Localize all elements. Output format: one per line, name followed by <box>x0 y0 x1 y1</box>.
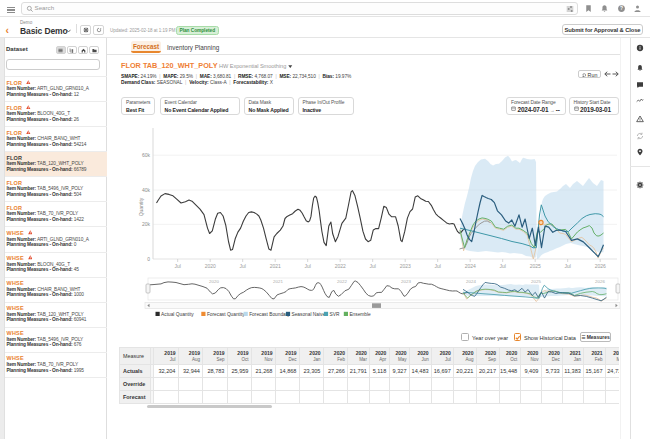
svg-text:Actual Quantity: Actual Quantity <box>161 312 194 317</box>
svg-text:Jul: Jul <box>304 263 310 269</box>
svg-text:Seasonal Naive: Seasonal Naive <box>292 312 326 317</box>
svg-text:2022: 2022 <box>335 263 346 269</box>
svg-text:2026: 2026 <box>595 263 606 269</box>
svg-text:2023: 2023 <box>401 279 411 284</box>
svg-text:2026: 2026 <box>595 279 605 284</box>
svg-text:0: 0 <box>147 256 150 262</box>
svg-text:Forecast Quantity: Forecast Quantity <box>207 312 245 317</box>
svg-text:2020: 2020 <box>209 279 219 284</box>
svg-text:Jul: Jul <box>434 263 440 269</box>
svg-text:SVR: SVR <box>330 312 340 317</box>
svg-text:2024: 2024 <box>465 263 476 269</box>
svg-text:Jul: Jul <box>564 263 570 269</box>
svg-text:?: ? <box>620 6 623 11</box>
svg-text:2025: 2025 <box>531 279 541 284</box>
svg-text:Jul: Jul <box>174 263 180 269</box>
svg-text:Jul: Jul <box>239 263 245 269</box>
svg-text:2021: 2021 <box>270 263 281 269</box>
svg-text:Jul: Jul <box>369 263 375 269</box>
svg-text:20k: 20k <box>142 221 151 227</box>
svg-text:2021: 2021 <box>273 279 283 284</box>
svg-text:2024: 2024 <box>466 279 476 284</box>
svg-text:2023: 2023 <box>400 263 411 269</box>
svg-text:Forecast Boundary: Forecast Boundary <box>249 312 290 317</box>
svg-text:Ensemble: Ensemble <box>349 312 371 317</box>
svg-text:2025: 2025 <box>530 263 541 269</box>
svg-text:60k: 60k <box>142 152 151 158</box>
svg-text:2022: 2022 <box>337 279 347 284</box>
svg-text:Quantity: Quantity <box>138 197 144 216</box>
svg-text:2020: 2020 <box>205 263 216 269</box>
svg-text:Jul: Jul <box>499 263 505 269</box>
svg-text:40k: 40k <box>142 187 151 193</box>
